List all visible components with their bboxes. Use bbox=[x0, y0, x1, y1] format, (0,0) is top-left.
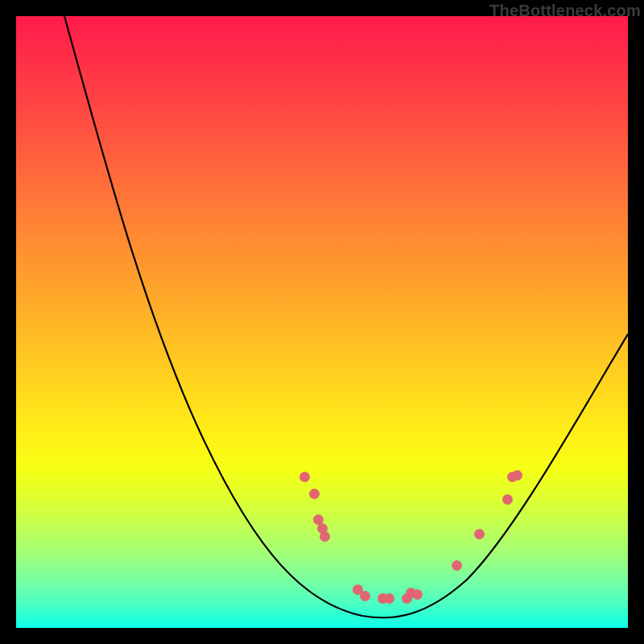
data-point bbox=[384, 593, 394, 604]
data-point bbox=[360, 591, 370, 601]
data-point bbox=[309, 489, 320, 499]
chart-container: TheBottleneck.com bbox=[0, 0, 644, 644]
data-point bbox=[502, 494, 513, 505]
data-point bbox=[320, 531, 330, 542]
plot-area bbox=[16, 16, 628, 628]
data-point bbox=[452, 560, 462, 571]
data-point bbox=[299, 472, 310, 482]
data-point bbox=[412, 589, 423, 600]
data-point bbox=[512, 470, 522, 481]
bottleneck-curve bbox=[64, 16, 628, 617]
data-point bbox=[474, 529, 485, 539]
